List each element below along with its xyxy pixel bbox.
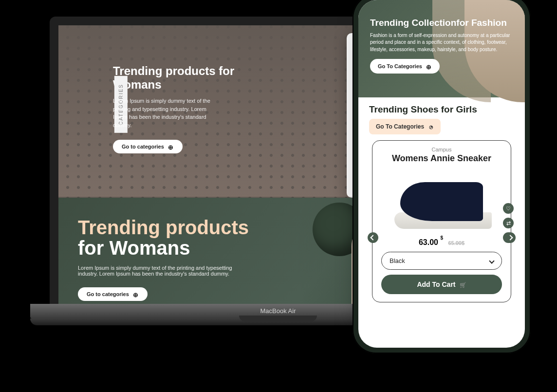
chevron-left-icon	[370, 235, 375, 240]
phone-screen: Trending Collectionfor Fashion Fashion i…	[358, 0, 525, 348]
wishlist-button[interactable]	[503, 203, 514, 214]
product-title: Womens Annie Sneaker	[381, 153, 502, 164]
shoe-image	[390, 168, 493, 236]
hero-body: Lorem Ipsum is simply dummy text of the …	[78, 265, 253, 277]
compare-icon	[506, 220, 511, 226]
globe-icon	[133, 291, 139, 297]
compare-at-price: 65.00$	[448, 240, 464, 246]
go-to-categories-button[interactable]: Go to categories	[113, 140, 183, 153]
button-label: Go To Categories	[376, 123, 424, 130]
button-label: Add To Cart	[417, 280, 455, 288]
left-rail: CATEGORIES	[78, 33, 106, 198]
price-value: 63.00	[419, 238, 438, 246]
phone-device: Trending Collectionfor Fashion Fashion i…	[353, 0, 531, 354]
phone-hero-body: Fashion is a form of self-expression and…	[370, 32, 513, 54]
carousel-next[interactable]	[505, 232, 516, 243]
product-card-shoe: Campus Womens Annie Sneaker 63.00 $ 65.0…	[372, 140, 511, 302]
hero-line2: for Womans	[78, 237, 190, 259]
cart-icon	[460, 280, 466, 288]
button-label: Go To Categories	[378, 63, 422, 69]
shoe-upper	[400, 182, 483, 221]
phone-hero: Trending Collectionfor Fashion Fashion i…	[358, 0, 525, 97]
trending-shoes-section: Trending Shoes for Girls Go To Categorie…	[358, 97, 525, 302]
heart-icon	[506, 205, 511, 212]
laptop-notch	[239, 316, 317, 321]
variant-select[interactable]: Black	[381, 252, 502, 270]
phone-hero-title: Trending Collectionfor Fashion	[370, 18, 513, 28]
add-to-cart-button[interactable]: Add To Cart	[381, 275, 502, 294]
carousel-prev[interactable]	[368, 232, 378, 243]
section-cta[interactable]: Go To Categories	[369, 119, 441, 134]
globe-icon	[168, 144, 174, 149]
trend-card-body: Lorem Ipsum is simply dummy text of the …	[113, 97, 220, 129]
compare-button[interactable]	[503, 218, 514, 228]
exit-icon	[428, 124, 434, 130]
phone-hero-cta[interactable]: Go To Categories	[370, 59, 440, 74]
select-value: Black	[390, 257, 405, 264]
hero-go-to-categories-button[interactable]: Go to categories	[78, 287, 148, 301]
trend-card-title: Trending products for Womans	[113, 64, 260, 91]
section-title: Trending Shoes for Girls	[369, 104, 514, 115]
currency-suffix: $	[440, 235, 443, 241]
button-label: Go to categories	[87, 291, 129, 297]
chevron-down-icon	[489, 258, 494, 263]
button-label: Go to categories	[122, 144, 164, 149]
chevron-right-icon	[507, 235, 513, 240]
brand-name: Campus	[381, 147, 502, 152]
product-price: 63.00 $ 65.00$	[381, 238, 502, 247]
trend-card: Trending products for Womans Lorem Ipsum…	[113, 33, 260, 198]
globe-icon	[426, 63, 432, 69]
